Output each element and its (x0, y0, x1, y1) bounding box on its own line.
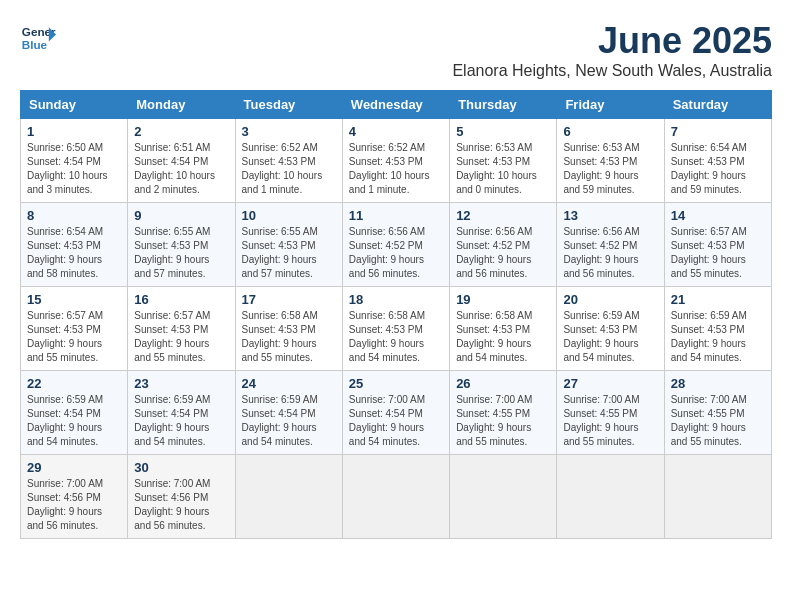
day-info: Sunrise: 6:55 AMSunset: 4:53 PMDaylight:… (242, 226, 318, 279)
calendar-day-cell: 27 Sunrise: 7:00 AMSunset: 4:55 PMDaylig… (557, 371, 664, 455)
day-info: Sunrise: 6:59 AMSunset: 4:53 PMDaylight:… (671, 310, 747, 363)
calendar-day-cell: 13 Sunrise: 6:56 AMSunset: 4:52 PMDaylig… (557, 203, 664, 287)
day-info: Sunrise: 6:53 AMSunset: 4:53 PMDaylight:… (563, 142, 639, 195)
day-info: Sunrise: 6:53 AMSunset: 4:53 PMDaylight:… (456, 142, 537, 195)
day-info: Sunrise: 6:51 AMSunset: 4:54 PMDaylight:… (134, 142, 215, 195)
calendar-day-cell: 16 Sunrise: 6:57 AMSunset: 4:53 PMDaylig… (128, 287, 235, 371)
calendar-day-cell: 11 Sunrise: 6:56 AMSunset: 4:52 PMDaylig… (342, 203, 449, 287)
day-info: Sunrise: 6:59 AMSunset: 4:54 PMDaylight:… (134, 394, 210, 447)
day-number: 19 (456, 292, 550, 307)
day-number: 28 (671, 376, 765, 391)
day-number: 16 (134, 292, 228, 307)
day-number: 5 (456, 124, 550, 139)
calendar-day-cell: 22 Sunrise: 6:59 AMSunset: 4:54 PMDaylig… (21, 371, 128, 455)
location-subtitle: Elanora Heights, New South Wales, Austra… (452, 62, 772, 80)
day-info: Sunrise: 7:00 AMSunset: 4:54 PMDaylight:… (349, 394, 425, 447)
day-number: 2 (134, 124, 228, 139)
day-info: Sunrise: 7:00 AMSunset: 4:56 PMDaylight:… (134, 478, 210, 531)
day-number: 27 (563, 376, 657, 391)
day-info: Sunrise: 6:59 AMSunset: 4:53 PMDaylight:… (563, 310, 639, 363)
calendar-day-cell: 1 Sunrise: 6:50 AMSunset: 4:54 PMDayligh… (21, 119, 128, 203)
calendar-day-cell: 21 Sunrise: 6:59 AMSunset: 4:53 PMDaylig… (664, 287, 771, 371)
calendar-day-cell: 26 Sunrise: 7:00 AMSunset: 4:55 PMDaylig… (450, 371, 557, 455)
calendar-day-cell: 12 Sunrise: 6:56 AMSunset: 4:52 PMDaylig… (450, 203, 557, 287)
calendar-day-cell: 6 Sunrise: 6:53 AMSunset: 4:53 PMDayligh… (557, 119, 664, 203)
calendar-day-cell: 3 Sunrise: 6:52 AMSunset: 4:53 PMDayligh… (235, 119, 342, 203)
calendar-day-cell: 9 Sunrise: 6:55 AMSunset: 4:53 PMDayligh… (128, 203, 235, 287)
calendar-day-cell: 4 Sunrise: 6:52 AMSunset: 4:53 PMDayligh… (342, 119, 449, 203)
calendar-day-header: Wednesday (342, 91, 449, 119)
day-info: Sunrise: 7:00 AMSunset: 4:56 PMDaylight:… (27, 478, 103, 531)
calendar-day-cell: 19 Sunrise: 6:58 AMSunset: 4:53 PMDaylig… (450, 287, 557, 371)
calendar-day-header: Tuesday (235, 91, 342, 119)
day-number: 20 (563, 292, 657, 307)
day-info: Sunrise: 6:50 AMSunset: 4:54 PMDaylight:… (27, 142, 108, 195)
day-info: Sunrise: 6:54 AMSunset: 4:53 PMDaylight:… (27, 226, 103, 279)
calendar-day-header: Saturday (664, 91, 771, 119)
calendar-day-cell (235, 455, 342, 539)
day-number: 13 (563, 208, 657, 223)
month-year-title: June 2025 (452, 20, 772, 62)
calendar-day-cell: 29 Sunrise: 7:00 AMSunset: 4:56 PMDaylig… (21, 455, 128, 539)
logo: General Blue (20, 20, 56, 56)
day-number: 6 (563, 124, 657, 139)
calendar-header-row: SundayMondayTuesdayWednesdayThursdayFrid… (21, 91, 772, 119)
day-number: 3 (242, 124, 336, 139)
day-number: 29 (27, 460, 121, 475)
calendar-day-cell (557, 455, 664, 539)
day-number: 1 (27, 124, 121, 139)
day-number: 18 (349, 292, 443, 307)
page-header: General Blue June 2025 Elanora Heights, … (20, 20, 772, 80)
day-info: Sunrise: 6:57 AMSunset: 4:53 PMDaylight:… (27, 310, 103, 363)
day-number: 30 (134, 460, 228, 475)
day-number: 22 (27, 376, 121, 391)
day-info: Sunrise: 7:00 AMSunset: 4:55 PMDaylight:… (563, 394, 639, 447)
day-number: 4 (349, 124, 443, 139)
day-number: 21 (671, 292, 765, 307)
day-info: Sunrise: 6:58 AMSunset: 4:53 PMDaylight:… (456, 310, 532, 363)
day-info: Sunrise: 6:52 AMSunset: 4:53 PMDaylight:… (242, 142, 323, 195)
day-number: 17 (242, 292, 336, 307)
logo-icon: General Blue (20, 20, 56, 56)
calendar-day-cell: 14 Sunrise: 6:57 AMSunset: 4:53 PMDaylig… (664, 203, 771, 287)
calendar-day-cell: 7 Sunrise: 6:54 AMSunset: 4:53 PMDayligh… (664, 119, 771, 203)
day-number: 26 (456, 376, 550, 391)
day-info: Sunrise: 6:56 AMSunset: 4:52 PMDaylight:… (349, 226, 425, 279)
calendar-day-header: Thursday (450, 91, 557, 119)
calendar-day-header: Sunday (21, 91, 128, 119)
day-number: 10 (242, 208, 336, 223)
calendar-day-cell: 18 Sunrise: 6:58 AMSunset: 4:53 PMDaylig… (342, 287, 449, 371)
day-info: Sunrise: 6:57 AMSunset: 4:53 PMDaylight:… (134, 310, 210, 363)
day-info: Sunrise: 6:52 AMSunset: 4:53 PMDaylight:… (349, 142, 430, 195)
day-number: 11 (349, 208, 443, 223)
day-number: 15 (27, 292, 121, 307)
day-number: 23 (134, 376, 228, 391)
calendar-day-cell (450, 455, 557, 539)
calendar-week-row: 22 Sunrise: 6:59 AMSunset: 4:54 PMDaylig… (21, 371, 772, 455)
calendar-week-row: 15 Sunrise: 6:57 AMSunset: 4:53 PMDaylig… (21, 287, 772, 371)
calendar-day-cell: 23 Sunrise: 6:59 AMSunset: 4:54 PMDaylig… (128, 371, 235, 455)
calendar-day-cell: 15 Sunrise: 6:57 AMSunset: 4:53 PMDaylig… (21, 287, 128, 371)
calendar-day-cell: 24 Sunrise: 6:59 AMSunset: 4:54 PMDaylig… (235, 371, 342, 455)
day-info: Sunrise: 6:56 AMSunset: 4:52 PMDaylight:… (563, 226, 639, 279)
calendar-day-cell: 25 Sunrise: 7:00 AMSunset: 4:54 PMDaylig… (342, 371, 449, 455)
title-area: June 2025 Elanora Heights, New South Wal… (452, 20, 772, 80)
calendar-day-cell: 5 Sunrise: 6:53 AMSunset: 4:53 PMDayligh… (450, 119, 557, 203)
day-number: 25 (349, 376, 443, 391)
day-info: Sunrise: 6:58 AMSunset: 4:53 PMDaylight:… (242, 310, 318, 363)
calendar-week-row: 29 Sunrise: 7:00 AMSunset: 4:56 PMDaylig… (21, 455, 772, 539)
day-info: Sunrise: 6:55 AMSunset: 4:53 PMDaylight:… (134, 226, 210, 279)
calendar-week-row: 1 Sunrise: 6:50 AMSunset: 4:54 PMDayligh… (21, 119, 772, 203)
calendar-day-cell (664, 455, 771, 539)
calendar-day-cell: 30 Sunrise: 7:00 AMSunset: 4:56 PMDaylig… (128, 455, 235, 539)
calendar-week-row: 8 Sunrise: 6:54 AMSunset: 4:53 PMDayligh… (21, 203, 772, 287)
day-info: Sunrise: 6:56 AMSunset: 4:52 PMDaylight:… (456, 226, 532, 279)
calendar-day-cell: 10 Sunrise: 6:55 AMSunset: 4:53 PMDaylig… (235, 203, 342, 287)
day-number: 12 (456, 208, 550, 223)
calendar-day-header: Friday (557, 91, 664, 119)
day-info: Sunrise: 6:58 AMSunset: 4:53 PMDaylight:… (349, 310, 425, 363)
calendar-day-cell: 8 Sunrise: 6:54 AMSunset: 4:53 PMDayligh… (21, 203, 128, 287)
day-info: Sunrise: 7:00 AMSunset: 4:55 PMDaylight:… (456, 394, 532, 447)
day-number: 8 (27, 208, 121, 223)
calendar-day-header: Monday (128, 91, 235, 119)
